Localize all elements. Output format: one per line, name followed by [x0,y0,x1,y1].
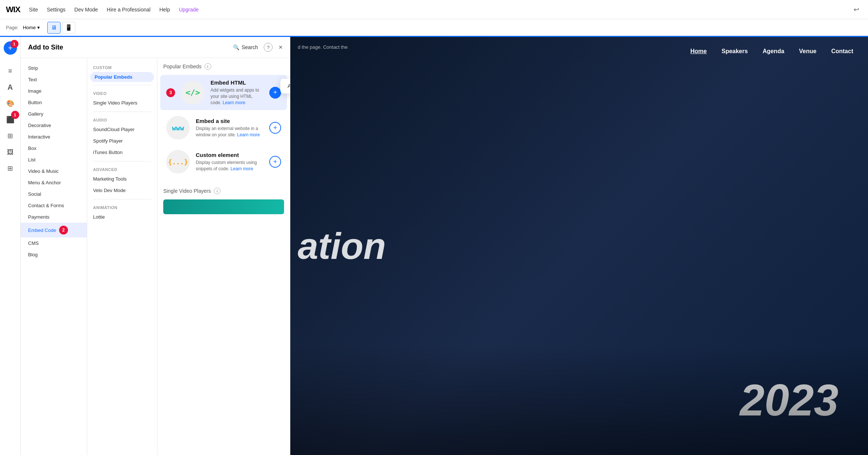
cat-contact[interactable]: Contact & Forms [21,200,87,211]
embed-custom-item[interactable]: {...} Custom element Display custom elem… [160,146,287,178]
sidebar-icon-grid[interactable]: ⊞ [3,129,18,143]
search-label: Search [242,44,258,50]
popular-embeds-info-icon[interactable]: i [205,63,211,70]
nav-devmode[interactable]: Dev Mode [74,7,98,13]
cat-list[interactable]: List [21,154,87,165]
canvas-area: d the page. Contact the Home Speakers Ag… [290,37,868,455]
subcat-velo[interactable]: Velo Dev Mode [87,185,157,196]
close-button[interactable]: × [278,44,283,51]
popular-embeds-title: Popular Embeds [163,64,202,69]
mobile-view-button[interactable]: 📱 [62,22,75,34]
nav-site[interactable]: Site [29,7,38,13]
single-video-title: Single Video Players [163,188,211,194]
nav-hire[interactable]: Hire a Professional [107,7,150,13]
cat-menu[interactable]: Menu & Anchor [21,177,87,188]
add-to-site-panel: Add to Site 🔍 Search ? × Strip Text Imag… [21,37,290,455]
cat-embed-code[interactable]: Embed Code 2 [21,223,87,237]
grid-icon: ⊞ [7,132,13,140]
paint-icon: 🎨 [6,99,14,107]
nav-upgrade[interactable]: Upgrade [179,7,199,13]
search-icon: 🔍 [233,44,239,50]
embed-html-learn-more[interactable]: Learn more [223,100,245,105]
canvas-nav-speakers[interactable]: Speakers [721,48,748,55]
embed-html-add-button[interactable]: + [269,87,281,99]
cat-text[interactable]: Text [21,74,87,85]
embed-html-name: Embed HTML [211,79,263,86]
www-text: www [172,124,184,132]
cat-button[interactable]: Button [21,97,87,108]
cat-decorative[interactable]: Decorative [21,120,87,131]
sidebar-icon-table[interactable]: ⊞ [3,161,18,176]
content-column: Popular Embeds i 3 </> Embed HTML Add wi… [157,58,290,455]
subcat-popular-embeds[interactable]: Popular Embeds [90,72,154,82]
undo-button[interactable]: ↩ [850,4,862,16]
canvas-big-text: 2023 [740,374,838,425]
nav-settings[interactable]: Settings [47,7,66,13]
subcat-marketing[interactable]: Marketing Tools [87,173,157,185]
cat-box[interactable]: Box [21,143,87,154]
embed-site-learn-more[interactable]: Learn more [237,132,260,137]
media-icon: 🖼 [7,148,14,156]
apps-badge: 1 [11,111,19,119]
canvas-nav-contact[interactable]: Contact [831,48,853,55]
subcat-itunes[interactable]: iTunes Button [87,147,157,158]
embed-site-add-button[interactable]: + [269,122,281,134]
panel-header: Add to Site 🔍 Search ? × [21,37,290,58]
sidebar-icons: + 1 ≡ A 🎨 ⬛ 1 ⊞ 🖼 ⊞ [0,37,21,455]
nav-help[interactable]: Help [159,7,170,13]
canvas-nav-agenda[interactable]: Agenda [763,48,785,55]
cat-social[interactable]: Social [21,188,87,200]
search-button[interactable]: 🔍 Search [233,44,258,50]
advanced-section-label: ADVANCED [87,164,157,173]
cat-gallery[interactable]: Gallery [21,108,87,120]
subcat-single-video[interactable]: Single Video Players [87,97,157,109]
custom-section-label: CUSTOM [87,62,157,71]
divider-4 [93,199,151,199]
subcat-lottie[interactable]: Lottie [87,211,157,223]
embed-html-item[interactable]: 3 </> Embed HTML Add widgets and apps to… [160,75,287,110]
divider-1 [93,85,151,85]
sidebar-icon-text[interactable]: ≡ [3,64,18,78]
help-button[interactable]: ? [264,43,273,52]
embed-custom-name: Custom element [196,152,263,158]
desktop-view-button[interactable]: 🖥 [47,22,61,34]
cat-cms[interactable]: CMS [21,237,87,249]
table-icon: ⊞ [7,164,13,172]
wix-logo: WIX [6,5,20,14]
step-badge-1: 1 [10,40,18,48]
cat-video[interactable]: Video & Music [21,165,87,177]
embed-custom-add-button[interactable]: + [269,156,281,168]
categories-column: Strip Text Image Button Gallery Decorati… [21,58,87,455]
sidebar-icon-theme[interactable]: 🎨 [3,96,18,111]
embed-html-icon: </> [181,81,205,105]
cat-blog[interactable]: Blog [21,249,87,260]
canvas-nav-home[interactable]: Home [690,48,707,55]
main-layout: + 1 ≡ A 🎨 ⬛ 1 ⊞ 🖼 ⊞ Add to Site [0,37,868,455]
animation-section-label: ANIMATION [87,202,157,211]
cat-strip[interactable]: Strip [21,62,87,74]
sidebar-icon-fonts[interactable]: A [3,80,18,95]
page-select[interactable]: Home ▾ [23,25,40,30]
font-icon: A [7,83,13,92]
video-player-preview [163,199,284,214]
top-bar: WIX Site Settings Dev Mode Hire a Profes… [0,0,868,19]
embed-code-badge: 2 [59,226,68,235]
canvas-partial-text: ation [298,225,386,267]
embed-html-text: Embed HTML Add widgets and apps to your … [211,79,263,106]
cat-payments[interactable]: Payments [21,211,87,223]
chevron-down-icon: ▾ [37,25,40,30]
divider-2 [93,112,151,112]
sidebar-icon-media[interactable]: 🖼 [3,145,18,160]
canvas-nav-venue[interactable]: Venue [799,48,816,55]
single-video-info-icon[interactable]: i [214,188,221,194]
embed-site-item[interactable]: www Embed a site Display an external web… [160,112,287,144]
sidebar-icon-apps[interactable]: ⬛ 1 [3,112,18,127]
cat-image[interactable]: Image [21,85,87,97]
cat-interactive[interactable]: Interactive [21,131,87,143]
page-label: Page: [6,25,18,30]
panel-body: Strip Text Image Button Gallery Decorati… [21,58,290,455]
subcat-spotify[interactable]: Spotify Player [87,135,157,147]
embed-site-name: Embed a site [196,118,263,124]
embed-custom-learn-more[interactable]: Learn more [230,166,253,171]
subcat-soundcloud[interactable]: SoundCloud Player [87,124,157,135]
